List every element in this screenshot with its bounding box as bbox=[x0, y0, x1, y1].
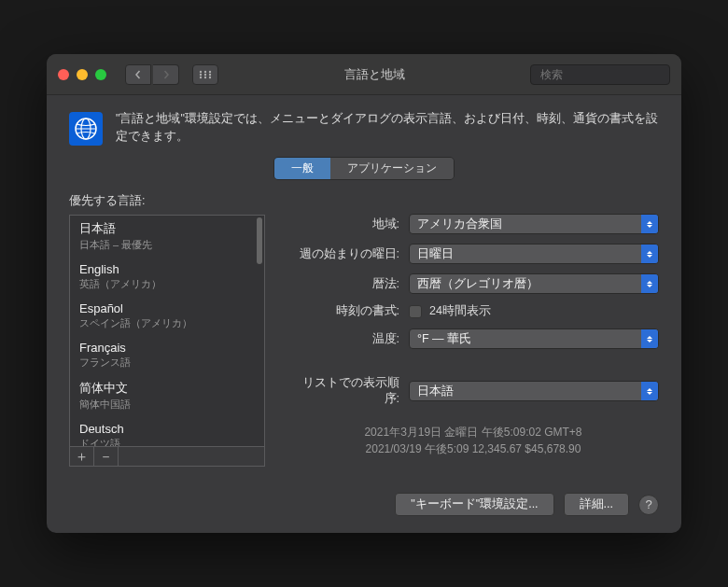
footer: "キーボード"環境設定... 詳細... ? bbox=[69, 493, 659, 516]
svg-point-5 bbox=[209, 73, 211, 75]
close-icon[interactable] bbox=[58, 69, 69, 80]
calendar-label: 暦法: bbox=[287, 276, 409, 292]
description: "言語と地域"環境設定では、メニューとダイアログの表示言語、および日付、時刻、通… bbox=[116, 108, 659, 146]
preferred-languages-label: 優先する言語: bbox=[69, 193, 265, 209]
chevron-updown-icon bbox=[641, 215, 658, 233]
scrollbar[interactable] bbox=[257, 217, 262, 264]
help-button[interactable]: ? bbox=[638, 495, 659, 515]
list-buttons: ＋ － bbox=[70, 446, 264, 466]
advanced-button[interactable]: 詳細... bbox=[564, 493, 629, 516]
tab-general[interactable]: 一般 bbox=[274, 158, 330, 179]
chevron-updown-icon bbox=[641, 329, 658, 348]
titlebar: 言語と地域 bbox=[47, 54, 681, 95]
first-day-label: 週の始まりの曜日: bbox=[287, 246, 409, 262]
24hour-checkbox[interactable] bbox=[409, 305, 422, 318]
list-item[interactable]: 简体中文簡体中国語 bbox=[70, 375, 264, 417]
list-item[interactable]: Españolスペイン語（アメリカ） bbox=[70, 297, 264, 336]
calendar-select[interactable]: 西暦（グレゴリオ暦） bbox=[409, 273, 659, 294]
language-list[interactable]: 日本語日本語 – 最優先 English英語（アメリカ） Españolスペイン… bbox=[70, 216, 264, 446]
region-select[interactable]: アメリカ合衆国 bbox=[409, 214, 659, 234]
list-item[interactable]: Françaisフランス語 bbox=[70, 336, 264, 375]
temperature-label: 温度: bbox=[287, 331, 409, 347]
back-button[interactable] bbox=[125, 64, 151, 85]
time-format-label: 時刻の書式: bbox=[287, 303, 409, 319]
remove-language-button[interactable]: － bbox=[94, 447, 119, 466]
globe-icon bbox=[69, 112, 103, 146]
chevron-updown-icon bbox=[641, 382, 658, 400]
chevron-updown-icon bbox=[641, 245, 658, 263]
list-item[interactable]: Deutschドイツ語 bbox=[70, 417, 264, 446]
traffic-lights bbox=[58, 69, 106, 80]
add-language-button[interactable]: ＋ bbox=[70, 447, 94, 466]
svg-point-6 bbox=[200, 76, 202, 77]
svg-point-2 bbox=[209, 70, 211, 72]
nav-buttons bbox=[125, 64, 179, 85]
svg-point-8 bbox=[209, 76, 211, 77]
region-label: 地域: bbox=[287, 217, 409, 232]
time-format-checkbox-group: 24時間表示 bbox=[409, 303, 491, 319]
tab-group: 一般 アプリケーション bbox=[69, 157, 659, 180]
keyboard-prefs-button[interactable]: "キーボード"環境設定... bbox=[395, 493, 553, 516]
svg-point-1 bbox=[204, 70, 206, 72]
window-title: 言語と地域 bbox=[228, 66, 521, 83]
tab-applications[interactable]: アプリケーション bbox=[330, 158, 454, 179]
forward-button[interactable] bbox=[153, 64, 179, 85]
search-field[interactable] bbox=[530, 64, 670, 85]
content: "言語と地域"環境設定では、メニューとダイアログの表示言語、および日付、時刻、通… bbox=[47, 95, 681, 533]
language-region-window: 言語と地域 "言語と地域"環境設定では、メニューとダイアログの表示言語、および日… bbox=[47, 54, 681, 533]
header: "言語と地域"環境設定では、メニューとダイアログの表示言語、および日付、時刻、通… bbox=[69, 108, 659, 146]
svg-point-4 bbox=[204, 73, 206, 75]
svg-point-0 bbox=[200, 70, 202, 72]
settings-section: 地域: アメリカ合衆国 週の始まりの曜日: 日曜日 暦法: 西暦（グレゴリオ暦）… bbox=[287, 193, 659, 467]
list-item[interactable]: English英語（アメリカ） bbox=[70, 258, 264, 297]
format-example: 2021年3月19日 金曜日 午後5:09:02 GMT+8 2021/03/1… bbox=[287, 424, 659, 457]
show-all-button[interactable] bbox=[192, 64, 218, 85]
minimize-icon[interactable] bbox=[77, 69, 88, 80]
preferred-languages-section: 優先する言語: 日本語日本語 – 最優先 English英語（アメリカ） Esp… bbox=[69, 193, 265, 467]
first-day-select[interactable]: 日曜日 bbox=[409, 244, 659, 264]
search-input[interactable] bbox=[540, 68, 680, 81]
main-panel: 優先する言語: 日本語日本語 – 最優先 English英語（アメリカ） Esp… bbox=[69, 193, 659, 467]
list-item[interactable]: 日本語日本語 – 最優先 bbox=[70, 216, 264, 258]
chevron-updown-icon bbox=[641, 274, 658, 293]
fullscreen-icon[interactable] bbox=[95, 69, 106, 80]
list-order-label: リストでの表示順序: bbox=[287, 375, 409, 407]
svg-point-3 bbox=[200, 73, 202, 75]
svg-point-7 bbox=[204, 76, 206, 77]
24hour-label: 24時間表示 bbox=[429, 303, 491, 319]
language-list-box: 日本語日本語 – 最優先 English英語（アメリカ） Españolスペイン… bbox=[69, 215, 265, 467]
temperature-select[interactable]: °F — 華氏 bbox=[409, 328, 659, 349]
list-order-select[interactable]: 日本語 bbox=[409, 381, 659, 401]
